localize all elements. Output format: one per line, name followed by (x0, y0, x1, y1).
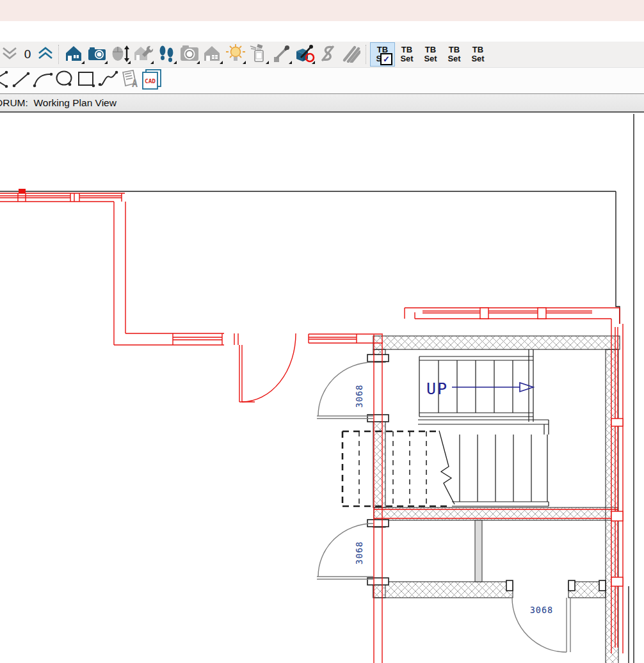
cad-detail-tool-button[interactable]: CAD (141, 69, 163, 92)
text-block-icon: A (119, 68, 141, 93)
rebuild-3d-button[interactable] (132, 44, 155, 65)
object-eyedropper-red-o-icon (294, 44, 315, 65)
undo-view-button[interactable] (0, 44, 19, 65)
lightbulb-icon (225, 44, 246, 65)
cad-detail-icon: CAD (141, 68, 163, 93)
tb-set-button-4[interactable]: TB Set (442, 43, 466, 66)
chevrons-down-icon (0, 45, 19, 64)
door-label-stair-hall[interactable]: 3068 (354, 385, 364, 408)
tb-set-line2: Set (424, 54, 437, 63)
circle-tool-icon (54, 69, 75, 92)
camera-icon (88, 44, 107, 65)
tb-set-line2: Set (400, 54, 413, 63)
spline-tool-button[interactable] (97, 69, 119, 92)
house-3d-view-button[interactable] (63, 44, 86, 65)
tb-set-line2: Set (447, 54, 460, 63)
chevrons-up-icon (36, 45, 55, 64)
spray-materials-button[interactable] (247, 44, 270, 65)
line-tool-button[interactable] (10, 69, 32, 92)
plan-canvas[interactable]: UP 3068 3068 3068 (0, 113, 644, 663)
toolbar-separator (58, 45, 60, 64)
exterior-walls-red[interactable] (0, 189, 623, 663)
footprints-icon (157, 44, 176, 65)
header-spacer (0, 21, 644, 42)
stair-direction-annotation[interactable]: UP (426, 379, 533, 398)
rectangle-tool-icon (76, 69, 97, 92)
material-eyedropper-button[interactable] (270, 44, 293, 65)
application-window: 0 (0, 0, 644, 663)
view-title-bar: DRUM: Working Plan View (0, 93, 644, 113)
object-painter-button[interactable] (293, 44, 316, 65)
rectangle-tool-button[interactable] (76, 69, 97, 92)
door-jambs[interactable] (367, 355, 606, 591)
door-label-lower-hall[interactable]: 3068 (354, 541, 364, 565)
house-3d-icon (65, 44, 84, 65)
cad-label: CAD (145, 77, 156, 84)
floor-overview-button[interactable] (201, 44, 224, 65)
mouse-orbit-button[interactable] (109, 44, 132, 65)
tb-set-line1: TB (472, 45, 483, 54)
cad-reference-lines[interactable] (0, 114, 634, 663)
circle-tool-button[interactable] (54, 69, 76, 92)
view-count-label: 0 (19, 47, 36, 61)
hatch-display-button[interactable] (339, 44, 362, 65)
camera-circle-icon (180, 44, 199, 65)
hatch-lines-icon (341, 44, 360, 65)
spray-can-icon (249, 44, 268, 65)
tb-set-line2: Set (471, 54, 484, 63)
spline-tool-icon (97, 69, 119, 92)
tb-set-checkbox[interactable]: ✓ (380, 53, 392, 65)
camera-view-button[interactable] (86, 44, 109, 65)
arc-tool-button[interactable] (32, 69, 54, 92)
tb-set-button-5[interactable]: TB Set (466, 43, 490, 66)
check-icon: ✓ (383, 55, 390, 64)
mouse-orbit-icon (111, 44, 130, 65)
adjust-lights-button[interactable] (224, 44, 247, 65)
toolbar-separator (366, 45, 367, 64)
house-gray-icon (203, 44, 222, 65)
door-label-bottom-room[interactable]: 3068 (530, 605, 554, 615)
angle-tool-button[interactable] (0, 69, 10, 92)
house-wrench-icon (133, 44, 154, 65)
tb-set-line1: TB (449, 45, 460, 54)
redo-view-button[interactable] (36, 44, 55, 65)
tb-set-button-2[interactable]: TB Set (395, 43, 419, 66)
interior-partition[interactable] (475, 520, 482, 582)
tb-set-button-3[interactable]: TB Set (419, 43, 442, 66)
hotspots-toggle-button[interactable] (316, 44, 339, 65)
tb-set-line1: TB (425, 45, 436, 54)
text-tool-glyph: A (132, 78, 138, 90)
view-title: DRUM: Working Plan View (0, 97, 117, 109)
draw-toolbar: A CAD (0, 68, 644, 93)
up-arrow (452, 383, 533, 392)
dashed-stairs-below[interactable] (342, 431, 450, 506)
walkthrough-button[interactable] (155, 44, 178, 65)
window-top-strip (0, 0, 644, 21)
eyedropper-icon (272, 44, 291, 65)
tb-set-button-1[interactable]: TB Set ✓ (370, 42, 395, 67)
line-tool-icon (11, 69, 31, 92)
s-slash-icon (318, 44, 337, 65)
final-view-button[interactable] (178, 44, 201, 65)
angle-tool-icon (0, 69, 10, 92)
tb-set-line1: TB (401, 45, 412, 54)
staircase[interactable] (418, 349, 549, 506)
main-toolbar: 0 (0, 42, 644, 68)
up-label[interactable]: UP (426, 379, 448, 398)
text-block-tool-button[interactable]: A (119, 69, 141, 92)
arc-tool-icon (32, 69, 54, 92)
